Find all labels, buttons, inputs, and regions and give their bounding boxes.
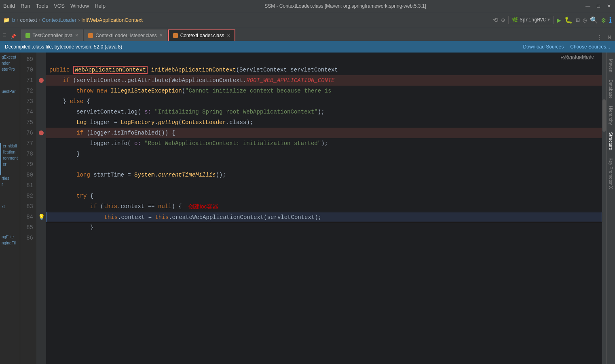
sidebar-tab-database[interactable]: Database xyxy=(608,76,614,102)
code-73: } else { xyxy=(49,98,90,105)
debug-button[interactable]: 🐛 xyxy=(564,16,573,24)
line-num-81: 81 xyxy=(20,180,33,191)
structure-item-erInitial[interactable]: erInitiali xyxy=(0,143,20,149)
target-icon[interactable]: ⊙ xyxy=(501,16,505,24)
title-bar-left: Build Run Tools VCS Window Help xyxy=(3,3,106,9)
download-sources-link[interactable]: Download Sources xyxy=(523,44,564,50)
help-icon[interactable]: ℹ xyxy=(609,16,612,25)
breadcrumb-contextloader[interactable]: ContextLoader xyxy=(42,17,76,23)
menu-build[interactable]: Build xyxy=(3,3,15,9)
sidebar-toggle[interactable]: ≡ xyxy=(2,30,7,41)
sidebar-tab-maven[interactable]: Maven xyxy=(608,56,614,76)
line-num-77: 77 xyxy=(20,138,33,149)
tab-testcontroller[interactable]: TestController.java ✕ xyxy=(21,29,83,41)
gutter-74 xyxy=(36,107,46,117)
run-config-icon: 🌿 xyxy=(512,17,518,23)
run-config-selector[interactable]: 🌿 SpringMVC ▼ xyxy=(508,16,554,24)
vcs-icon[interactable]: ⟲ xyxy=(493,16,498,24)
sidebar-tab-hierarchy[interactable]: Hierarchy xyxy=(608,103,614,128)
run-button[interactable]: ▶ xyxy=(557,16,561,25)
tab-close-contextloaderlistener[interactable]: ✕ xyxy=(159,33,163,38)
structure-item-ngFilte[interactable]: ngFilte xyxy=(0,234,20,240)
structure-item-uestPar[interactable]: uestPar xyxy=(0,88,20,95)
line-num-74: 74 xyxy=(20,107,33,117)
structure-item-except[interactable]: gExcept xyxy=(0,54,20,60)
gutter-83 xyxy=(36,201,46,212)
breadcrumb-method[interactable]: initWebApplicationContext xyxy=(81,17,143,23)
structure-item-ngingFil[interactable]: ngingFil xyxy=(0,240,20,246)
settings-icon[interactable]: ⚙ xyxy=(601,16,606,25)
gutter: 💡 xyxy=(36,53,46,364)
coverage-button[interactable]: ⊞ xyxy=(576,16,580,24)
light-bulb-84[interactable]: 💡 xyxy=(38,214,45,221)
pin-button[interactable]: 📌 xyxy=(9,32,18,41)
line-num-78: 78 xyxy=(20,149,33,159)
gutter-71 xyxy=(36,75,46,86)
line-num-75: 75 xyxy=(20,117,33,128)
menu-vcs[interactable]: VCS xyxy=(54,3,65,9)
code-line-84[interactable]: this.context = this.createWebApplication… xyxy=(46,212,602,222)
profile-button[interactable]: ◷ xyxy=(583,16,587,24)
menu-tools[interactable]: Tools xyxy=(36,3,48,9)
gutter-79 xyxy=(36,159,46,170)
structure-item-er[interactable]: er xyxy=(0,161,20,167)
search-button[interactable]: 🔍 xyxy=(590,16,598,24)
scroll-thumb[interactable] xyxy=(602,99,606,132)
info-links[interactable]: Download Sources Choose Sources... xyxy=(523,44,610,50)
structure-item-rties[interactable]: rties xyxy=(0,175,20,181)
reader-mode-button[interactable]: Reader Mode xyxy=(564,54,594,60)
right-sidebar: Maven Database Hierarchy Structure Key P… xyxy=(606,53,615,364)
kw-throw: throw xyxy=(76,88,93,94)
menu-run[interactable]: Run xyxy=(21,3,30,9)
tab-close-testcontroller[interactable]: ✕ xyxy=(75,33,78,38)
close-button[interactable]: ✕ xyxy=(606,3,612,9)
code-line-80: long startTime = System.currentTimeMilli… xyxy=(46,170,602,180)
breadcrumb-context[interactable]: context xyxy=(20,17,37,23)
breakpoint-71[interactable] xyxy=(39,78,44,83)
gutter-70 xyxy=(36,65,46,75)
gutter-86 xyxy=(36,233,46,243)
sidebar-tab-keypromoter[interactable]: Key Promoter X xyxy=(608,154,614,192)
code-82: try { xyxy=(49,193,93,199)
code-77: logger.info( o: "Root WebApplicationCont… xyxy=(49,140,328,147)
breakpoint-76[interactable] xyxy=(39,130,44,135)
tab-contextloaderlistener[interactable]: ContextLoaderListener.class ✕ xyxy=(84,29,167,41)
decompile-info: Decompiled .class file, bytecode version… xyxy=(5,44,122,50)
gutter-77 xyxy=(36,138,46,149)
structure-item-r[interactable]: r xyxy=(0,181,20,187)
code-74: servletContext.log( s: "Initializing Spr… xyxy=(49,109,325,115)
maximize-button[interactable]: □ xyxy=(596,3,601,9)
minimize-button[interactable]: — xyxy=(585,3,591,9)
main-layout: gExcept nder eterPro uestPar erInitiali … xyxy=(0,53,615,364)
info-bar: Decompiled .class file, bytecode version… xyxy=(0,41,615,53)
menu-help[interactable]: Help xyxy=(95,3,106,9)
window-controls[interactable]: — □ ✕ xyxy=(585,3,612,9)
line-num-86: 86 xyxy=(20,233,33,243)
structure-item-ronment[interactable]: ronment xyxy=(0,155,20,161)
gutter-73 xyxy=(36,96,46,107)
structure-item-xt[interactable]: xt xyxy=(0,204,20,210)
structure-item-eterPro[interactable]: eterPro xyxy=(0,66,20,72)
line-num-71: 71 xyxy=(20,75,33,86)
tab-contextloader[interactable]: ContextLoader.class ✕ xyxy=(168,29,235,41)
structure-item-lication[interactable]: lication xyxy=(0,149,20,155)
code-area: Reader Mode 69 70 71 72 73 74 75 76 77 7… xyxy=(20,53,606,364)
line-numbers: 69 70 71 72 73 74 75 76 77 78 79 80 81 8… xyxy=(20,53,36,364)
choose-sources-link[interactable]: Choose Sources... xyxy=(570,44,610,50)
menu-bar[interactable]: Build Run Tools VCS Window Help xyxy=(3,3,106,9)
run-config-label: SpringMVC xyxy=(520,17,546,23)
structure-item-nder[interactable]: nder xyxy=(0,60,20,66)
code-72-new: new IllegalStateException("Cannot initia… xyxy=(93,88,331,94)
tab-overflow-button[interactable]: ⋮ xyxy=(594,34,606,41)
tab-icon-testcontroller xyxy=(25,33,30,38)
tab-icon-contextloader xyxy=(173,33,178,38)
vertical-scrollbar[interactable] xyxy=(602,53,606,364)
tab-label-contextloader: ContextLoader.class xyxy=(180,33,224,38)
code-line-69 xyxy=(46,54,602,65)
tab-close-contextloader[interactable]: ✕ xyxy=(227,33,230,38)
code-line-72: throw new IllegalStateException("Cannot … xyxy=(46,86,602,96)
sidebar-tab-structure[interactable]: Structure xyxy=(608,129,614,154)
breadcrumb-b[interactable]: b xyxy=(12,17,15,23)
menu-window[interactable]: Window xyxy=(70,3,89,9)
gutter-81 xyxy=(36,180,46,191)
